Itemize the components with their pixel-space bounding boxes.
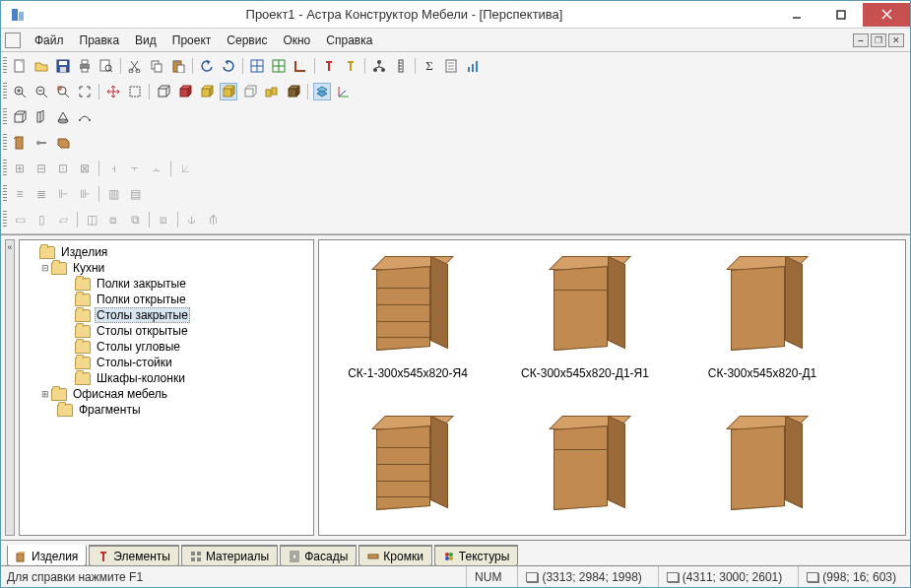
- tab-edges[interactable]: Кромки: [358, 545, 432, 566]
- copy-icon[interactable]: [148, 57, 165, 75]
- gallery-item[interactable]: [496, 410, 674, 526]
- zoom-region-icon[interactable]: [54, 83, 72, 100]
- layers-icon[interactable]: [313, 83, 331, 100]
- toolbar-row-4: [3, 131, 908, 155]
- toolbar-grip[interactable]: [3, 185, 7, 203]
- gallery-item[interactable]: СК-300х545х820-Д1-Я1: [496, 250, 674, 380]
- redo-icon[interactable]: [220, 57, 237, 75]
- gallery-item[interactable]: СК-1-300х545х820-Я4: [319, 250, 496, 380]
- menu-view[interactable]: Вид: [127, 33, 164, 47]
- box-wire-icon[interactable]: [155, 83, 172, 100]
- menu-service[interactable]: Сервис: [219, 33, 275, 47]
- shape-path-icon[interactable]: [76, 108, 94, 126]
- tree-item[interactable]: Столы открытые: [22, 323, 311, 339]
- ruler-v-icon[interactable]: [392, 57, 410, 75]
- sz-6-icon: ⧉: [126, 211, 144, 229]
- zoom-fit-icon[interactable]: [76, 83, 94, 100]
- menu-help[interactable]: Справка: [318, 33, 380, 47]
- gallery-item[interactable]: СК-300х545х820-Д1: [674, 250, 851, 380]
- collapse-icon[interactable]: ⊟: [39, 262, 51, 274]
- menu-window[interactable]: Окно: [275, 33, 318, 47]
- tree-item-selected[interactable]: Столы закрытые: [22, 307, 311, 323]
- shape-cone-icon[interactable]: [54, 108, 72, 126]
- undo-icon[interactable]: [198, 57, 216, 75]
- tree-item[interactable]: Шкафы-колонки: [22, 370, 311, 386]
- hierarchy-icon[interactable]: [370, 57, 388, 75]
- toolbar-grip[interactable]: [3, 108, 7, 126]
- grid-blue-icon[interactable]: [248, 57, 266, 75]
- select-rect-icon[interactable]: [126, 83, 144, 100]
- toolbar-grip[interactable]: [3, 134, 7, 152]
- tab-textures[interactable]: Текстуры: [434, 545, 519, 566]
- gallery-item[interactable]: [674, 410, 851, 526]
- facades-icon: [289, 551, 300, 562]
- status-coords-3: (998; 16; 603): [798, 566, 904, 587]
- box-yellow-icon[interactable]: [198, 83, 216, 100]
- expand-icon[interactable]: ⊞: [39, 388, 51, 400]
- tab-facades[interactable]: Фасады: [280, 545, 357, 566]
- gallery-item[interactable]: [319, 410, 496, 526]
- svg-rect-3: [837, 11, 845, 19]
- close-button[interactable]: [863, 3, 910, 27]
- save-icon[interactable]: [54, 57, 72, 75]
- svg-rect-58: [159, 89, 166, 97]
- move-icon[interactable]: [104, 83, 122, 100]
- shape-panel-icon[interactable]: [33, 108, 50, 126]
- tree-item[interactable]: Полки закрытые: [22, 276, 311, 292]
- tab-elements[interactable]: Элементы: [89, 545, 179, 566]
- box-dark-icon[interactable]: [285, 83, 302, 100]
- tree-item[interactable]: Столы угловые: [22, 339, 311, 355]
- tree-item[interactable]: Полки открытые: [22, 292, 311, 307]
- cut-icon[interactable]: [126, 57, 144, 75]
- box-open-icon[interactable]: [241, 83, 259, 100]
- report-icon[interactable]: [442, 57, 460, 75]
- mdi-restore-button[interactable]: ❐: [871, 33, 886, 47]
- dist-3-icon: ⊩: [54, 185, 72, 203]
- gallery-panel[interactable]: СК-1-300х545х820-Я4 СК-300х545х820-Д1-Я1…: [318, 239, 906, 536]
- screw-red-icon[interactable]: [320, 57, 338, 75]
- menu-file[interactable]: Файл: [27, 33, 72, 47]
- door-icon[interactable]: [11, 134, 29, 152]
- tree-panel[interactable]: Изделия ⊟Кухни Полки закрытые Полки откр…: [19, 239, 314, 536]
- box-icon: [807, 572, 818, 582]
- panel-brown-icon[interactable]: [54, 134, 72, 152]
- axis-icon[interactable]: [335, 83, 353, 100]
- zoom-in-icon[interactable]: [11, 83, 29, 100]
- box-yellow-sel-icon[interactable]: [220, 83, 237, 100]
- tree-item[interactable]: Столы-стойки: [22, 355, 311, 370]
- minimize-button[interactable]: [774, 3, 818, 27]
- tree-fragments[interactable]: Фрагменты: [22, 402, 311, 418]
- mdi-system-icon[interactable]: [5, 33, 21, 48]
- shape-cube-icon[interactable]: [11, 108, 29, 126]
- sigma-icon[interactable]: Σ: [421, 57, 438, 75]
- mdi-minimize-button[interactable]: ‒: [853, 33, 869, 47]
- screw-yellow-icon[interactable]: [342, 57, 359, 75]
- tree-root[interactable]: Изделия: [22, 244, 311, 260]
- client-area: « Изделия ⊟Кухни Полки закрытые Полки от…: [1, 234, 910, 565]
- paste-icon[interactable]: [169, 57, 187, 75]
- print-icon[interactable]: [76, 57, 94, 75]
- print-preview-icon[interactable]: [98, 57, 115, 75]
- tab-materials[interactable]: Материалы: [181, 545, 278, 566]
- menu-edit[interactable]: Правка: [72, 33, 128, 47]
- mdi-close-button[interactable]: ✕: [888, 33, 904, 47]
- toolbar-grip[interactable]: [3, 160, 7, 177]
- tree-kitchens[interactable]: ⊟Кухни: [22, 260, 311, 276]
- toolbar-grip[interactable]: [3, 57, 7, 75]
- tree-office[interactable]: ⊞Офисная мебель: [22, 386, 311, 402]
- chart-icon[interactable]: [464, 57, 482, 75]
- zoom-out-icon[interactable]: [33, 83, 50, 100]
- toolbar-grip[interactable]: [3, 211, 7, 229]
- toolbar-grip[interactable]: [3, 83, 7, 100]
- box-red-icon[interactable]: [176, 83, 194, 100]
- collapse-handle[interactable]: «: [5, 239, 15, 536]
- corner-icon[interactable]: [292, 57, 309, 75]
- maximize-button[interactable]: [818, 3, 863, 27]
- box-pair-icon[interactable]: [263, 83, 281, 100]
- new-file-icon[interactable]: [11, 57, 29, 75]
- grid-green-icon[interactable]: [270, 57, 288, 75]
- hardware-icon[interactable]: [33, 134, 50, 152]
- menu-project[interactable]: Проект: [164, 33, 220, 47]
- tab-products[interactable]: Изделия: [7, 545, 87, 566]
- open-file-icon[interactable]: [33, 57, 50, 75]
